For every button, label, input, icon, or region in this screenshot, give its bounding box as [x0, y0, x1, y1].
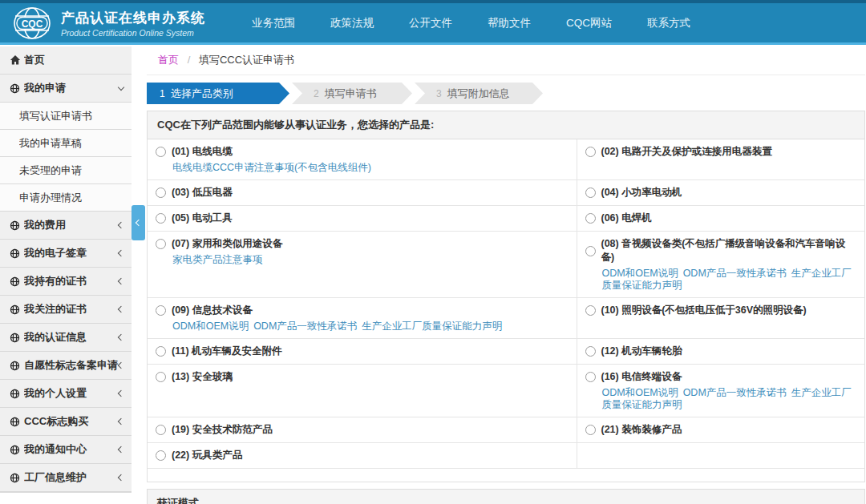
sidebar-item-followed-certificates[interactable]: 我关注的证书 — [0, 296, 132, 324]
product-radio[interactable] — [156, 239, 166, 249]
product-doc-link[interactable]: ODM和OEM说明 — [602, 387, 678, 398]
sidebar-subitem[interactable]: 未受理的申请 — [0, 157, 132, 184]
product-radio[interactable] — [156, 346, 166, 357]
sidebar-item-factory-info[interactable]: 工厂信息维护 — [0, 464, 132, 492]
globe-icon — [10, 276, 24, 287]
product-doc-link[interactable]: 电线电缆CCC申请注意事项(不包含电线组件) — [172, 162, 371, 173]
product-radio[interactable] — [156, 187, 166, 198]
sidebar-item-label: 工厂信息维护 — [24, 470, 119, 485]
product-option-cell: (16) 电信终端设备ODM和OEM说明ODM产品一致性承诺书生产企业工厂质量保… — [577, 365, 864, 417]
chevron-left-icon — [118, 222, 124, 228]
app-title: 产品认证在线申办系统 — [61, 9, 205, 27]
products-table: (01) 电线电缆电线电缆CCC申请注意事项(不包含电线组件)(02) 电路开关… — [147, 139, 865, 482]
sidebar-subitem[interactable]: 我的申请草稿 — [0, 130, 132, 157]
product-option-cell: (22) 玩具类产品 — [148, 443, 577, 469]
product-radio[interactable] — [156, 213, 166, 224]
top-nav-item-1[interactable]: 政策法规 — [330, 16, 374, 30]
step-label: 填写申请书 — [325, 87, 377, 101]
sidebar-collapse-handle[interactable] — [132, 205, 145, 240]
product-option: (08) 音视频设备类(不包括广播级音响设备和汽车音响设备) — [585, 237, 856, 264]
sidebar-item-voluntary-mark-filing[interactable]: 自愿性标志备案申请 — [0, 352, 132, 380]
product-option: (19) 安全技术防范产品 — [156, 423, 569, 437]
product-radio[interactable] — [585, 425, 596, 435]
cqc-logo-text: CQC — [22, 18, 43, 29]
sidebar-subitem-label: 申请办理情况 — [19, 191, 123, 205]
product-option-links: ODM和OEM说明ODM产品一致性承诺书生产企业工厂质量保证能力声明 — [585, 387, 856, 411]
globe-icon — [10, 361, 24, 371]
product-radio[interactable] — [585, 213, 596, 224]
sidebar-subitem[interactable]: 申请办理情况 — [0, 184, 132, 212]
product-radio[interactable] — [585, 372, 596, 382]
product-option: (06) 电焊机 — [585, 212, 856, 225]
product-radio[interactable] — [585, 246, 596, 256]
breadcrumb-current: 填写CCC认证申请书 — [199, 54, 294, 66]
product-radio[interactable] — [156, 425, 166, 435]
sidebar-item-home[interactable]: 首页 — [0, 46, 132, 75]
product-radio[interactable] — [156, 147, 166, 157]
top-nav-item-3[interactable]: 帮助文件 — [488, 16, 531, 30]
product-option: (04) 小功率电动机 — [585, 186, 856, 200]
product-doc-link[interactable]: 生产企业工厂质量保证能力声明 — [362, 321, 502, 332]
app-subtitle: Product Certification Online System — [61, 28, 205, 38]
product-option-cell: (05) 电动工具 — [148, 206, 577, 232]
product-doc-link[interactable]: ODM产品一致性承诺书 — [683, 387, 787, 398]
top-nav-item-2[interactable]: 公开文件 — [409, 16, 452, 30]
product-doc-link[interactable]: ODM产品一致性承诺书 — [253, 321, 357, 332]
wizard-step-2[interactable]: 2填写申请书 — [292, 83, 412, 104]
product-option-label: (04) 小功率电动机 — [601, 186, 682, 200]
sidebar-item-my-applications[interactable]: 我的申请 — [0, 75, 132, 103]
product-radio[interactable] — [585, 187, 596, 198]
product-option: (09) 信息技术设备 — [156, 304, 569, 317]
product-radio[interactable] — [156, 372, 166, 382]
product-radio[interactable] — [585, 147, 596, 157]
wizard-step-1[interactable]: 1选择产品类别 — [147, 83, 289, 104]
product-option-label: (07) 家用和类似用途设备 — [172, 237, 282, 251]
step-number: 2 — [314, 88, 319, 99]
product-option: (10) 照明设备(不包括电压低于36V的照明设备) — [585, 304, 856, 317]
product-option-links: 家电类产品注意事项 — [156, 254, 569, 266]
sidebar-item-my-settings[interactable]: 我的个人设置 — [0, 380, 132, 408]
breadcrumb-home-link[interactable]: 首页 — [158, 54, 179, 66]
product-radio[interactable] — [156, 305, 166, 316]
chevron-down-icon — [118, 83, 124, 90]
product-doc-link[interactable]: ODM和OEM说明 — [602, 268, 678, 279]
globe-icon — [10, 417, 24, 427]
sidebar-item-label: 首页 — [24, 53, 123, 67]
table-row: (22) 玩具类产品 — [148, 443, 864, 469]
product-doc-link[interactable]: 家电类产品注意事项 — [172, 254, 263, 265]
wizard-step-3[interactable]: 3填写附加信息 — [415, 83, 543, 104]
product-option-label: (01) 电线电缆 — [172, 145, 233, 159]
product-option: (12) 机动车辆轮胎 — [585, 345, 856, 358]
product-option-cell: (04) 小功率电动机 — [577, 180, 864, 206]
sidebar-item-my-fees[interactable]: 我的费用 — [0, 212, 132, 240]
sidebar-item-my-cert-info[interactable]: 我的认证信息 — [0, 324, 132, 352]
product-option-label: (11) 机动车辆及安全附件 — [172, 345, 282, 358]
sidebar-subitem[interactable]: 填写认证申请书 — [0, 103, 132, 130]
top-nav-item-4[interactable]: CQC网站 — [566, 16, 612, 30]
product-option-label: (08) 音视频设备类(不包括广播级音响设备和汽车音响设备) — [601, 237, 856, 264]
product-option: (03) 低压电器 — [156, 186, 569, 200]
chevron-left-icon — [118, 390, 124, 397]
product-option-label: (06) 电焊机 — [601, 212, 652, 225]
globe-icon — [10, 83, 24, 94]
product-option-cell: (03) 低压电器 — [148, 180, 577, 206]
product-option: (01) 电线电缆 — [156, 145, 569, 159]
step-wizard: 1选择产品类别2填写申请书3填写附加信息 — [147, 83, 865, 104]
product-radio[interactable] — [585, 305, 596, 316]
product-doc-link[interactable]: ODM产品一致性承诺书 — [683, 268, 787, 279]
product-radio[interactable] — [585, 346, 596, 357]
sidebar-item-my-certificates[interactable]: 我持有的证书 — [0, 268, 132, 296]
sidebar-item-my-notifications[interactable]: 我的通知中心 — [0, 436, 132, 464]
product-option: (16) 电信终端设备 — [585, 370, 856, 384]
product-doc-link[interactable]: ODM和OEM说明 — [172, 321, 249, 332]
table-row: (01) 电线电缆电线电缆CCC申请注意事项(不包含电线组件)(02) 电路开关… — [148, 139, 864, 180]
top-nav-item-5[interactable]: 联系方式 — [647, 16, 690, 30]
top-nav-item-0[interactable]: 业务范围 — [252, 16, 295, 30]
product-option-cell: (12) 机动车辆轮胎 — [577, 339, 864, 365]
chevron-left-icon — [118, 446, 124, 453]
product-radio[interactable] — [156, 450, 166, 461]
sidebar-item-my-esignature[interactable]: 我的电子签章 — [0, 240, 132, 268]
cqc-logo: CQC — [11, 6, 53, 41]
sidebar-item-ccc-mark-purchase[interactable]: CCC标志购买 — [0, 408, 132, 436]
globe-icon — [10, 333, 24, 343]
